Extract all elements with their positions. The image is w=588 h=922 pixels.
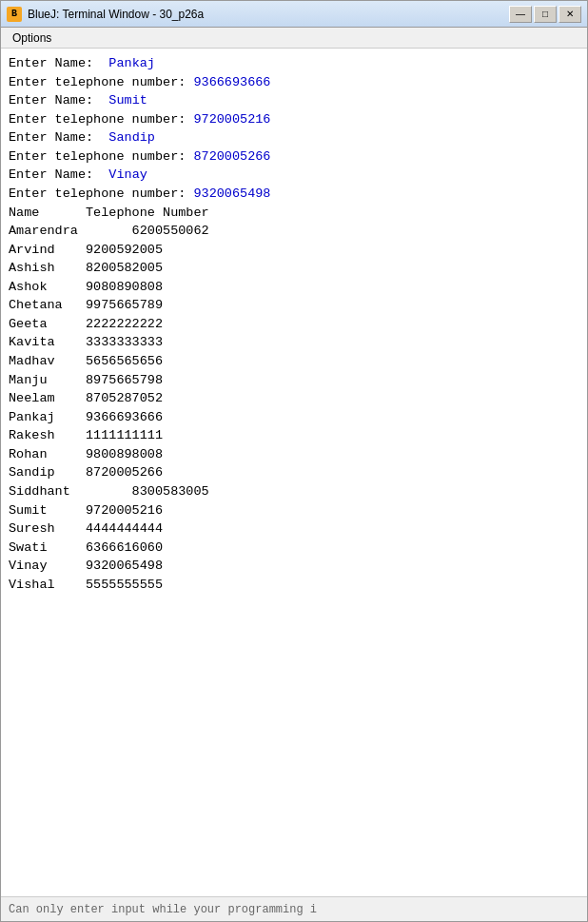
close-button[interactable]: ✕ bbox=[559, 6, 581, 23]
line-prefix: Enter telephone number: bbox=[9, 112, 193, 127]
terminal-line: Swati 6366616060 bbox=[9, 539, 579, 558]
line-prefix: Enter Name: bbox=[9, 167, 108, 182]
options-menu[interactable]: Options bbox=[7, 30, 57, 46]
terminal-line: Rohan 9800898008 bbox=[9, 445, 579, 464]
terminal-line: Kavita 3333333333 bbox=[9, 333, 579, 352]
line-value: 9366693666 bbox=[193, 75, 270, 89]
terminal-area: Enter Name: PankajEnter telephone number… bbox=[1, 49, 587, 896]
status-bar: Can only enter input while your programm… bbox=[1, 896, 587, 921]
window-controls: — □ ✕ bbox=[509, 6, 581, 23]
window-title: BlueJ: Terminal Window - 30_p26a bbox=[28, 8, 509, 21]
minimize-button[interactable]: — bbox=[509, 6, 532, 23]
terminal-line: Sumit 9720005216 bbox=[9, 501, 579, 520]
terminal-line: Siddhant 8300583005 bbox=[9, 482, 579, 501]
terminal-content[interactable]: Enter Name: PankajEnter telephone number… bbox=[1, 49, 587, 896]
terminal-line: Pankaj 9366693666 bbox=[9, 408, 579, 427]
line-prefix: Enter telephone number: bbox=[9, 75, 193, 89]
terminal-line: Enter telephone number: 9720005216 bbox=[9, 110, 579, 129]
terminal-line: Suresh 4444444444 bbox=[9, 520, 579, 539]
terminal-line: Madhav 5656565656 bbox=[9, 352, 579, 371]
main-window: B BlueJ: Terminal Window - 30_p26a — □ ✕… bbox=[0, 0, 588, 922]
terminal-line: Enter telephone number: 9366693666 bbox=[9, 73, 579, 92]
terminal-line: Geeta 2222222222 bbox=[9, 315, 579, 334]
line-prefix: Enter telephone number: bbox=[9, 186, 193, 201]
terminal-line: Enter Name: Sandip bbox=[9, 128, 579, 147]
terminal-line: Vishal 5555555555 bbox=[9, 576, 579, 595]
line-prefix: Enter Name: bbox=[9, 56, 108, 70]
terminal-line: Name Telephone Number bbox=[9, 204, 579, 223]
line-value: Sandip bbox=[108, 130, 155, 145]
terminal-line: Amarendra 6200550062 bbox=[9, 222, 579, 241]
line-prefix: Enter Name: bbox=[9, 130, 108, 145]
terminal-line: Arvind 9200592005 bbox=[9, 241, 579, 260]
line-value: Pankaj bbox=[108, 56, 155, 70]
terminal-line: Sandip 8720005266 bbox=[9, 463, 579, 482]
terminal-line: Enter telephone number: 9320065498 bbox=[9, 185, 579, 204]
app-icon: B bbox=[7, 7, 22, 22]
title-bar: B BlueJ: Terminal Window - 30_p26a — □ ✕ bbox=[1, 1, 587, 28]
terminal-line: Enter Name: Pankaj bbox=[9, 54, 579, 73]
line-value: Sumit bbox=[108, 93, 147, 108]
line-value: Vinay bbox=[108, 167, 147, 182]
maximize-button[interactable]: □ bbox=[534, 6, 557, 23]
terminal-line: Ashish 8200582005 bbox=[9, 259, 579, 278]
line-value: 9720005216 bbox=[193, 112, 270, 127]
terminal-line: Chetana 9975665789 bbox=[9, 296, 579, 315]
line-prefix: Enter telephone number: bbox=[9, 149, 193, 164]
terminal-line: Enter telephone number: 8720005266 bbox=[9, 147, 579, 167]
line-value: 8720005266 bbox=[193, 149, 270, 164]
status-text: Can only enter input while your programm… bbox=[9, 903, 317, 916]
line-value: 9320065498 bbox=[193, 186, 270, 201]
terminal-line: Enter Name: Vinay bbox=[9, 166, 579, 185]
menu-bar: Options bbox=[1, 28, 587, 49]
terminal-line: Rakesh 1111111111 bbox=[9, 426, 579, 445]
terminal-line: Neelam 8705287052 bbox=[9, 389, 579, 408]
terminal-line: Ashok 9080890808 bbox=[9, 278, 579, 297]
terminal-line: Manju 8975665798 bbox=[9, 371, 579, 390]
line-prefix: Enter Name: bbox=[9, 93, 108, 108]
terminal-line: Vinay 9320065498 bbox=[9, 557, 579, 576]
terminal-line: Enter Name: Sumit bbox=[9, 91, 579, 110]
